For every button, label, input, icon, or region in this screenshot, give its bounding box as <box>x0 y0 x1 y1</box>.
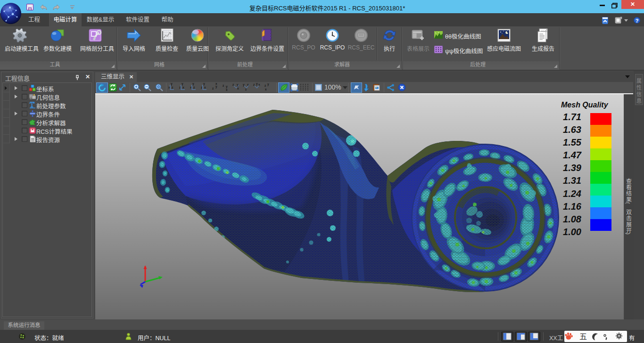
svg-text:x: x <box>204 86 206 89</box>
svg-text:y: y <box>256 82 258 86</box>
svg-text:y: y <box>171 82 173 86</box>
svg-text:z: z <box>264 84 266 87</box>
svg-text:x: x <box>182 86 184 89</box>
svg-text:y: y <box>192 82 194 86</box>
svg-text:x: x <box>237 87 239 90</box>
svg-text:x: x <box>247 83 249 86</box>
svg-text:z: z <box>223 84 224 87</box>
svg-text:五: 五 <box>579 333 587 341</box>
svg-text:x: x <box>215 82 217 85</box>
svg-text:z: z <box>201 86 203 89</box>
svg-text:y: y <box>182 82 183 86</box>
svg-text:x: x <box>168 86 170 89</box>
svg-text:x: x <box>226 88 228 91</box>
svg-text:y: y <box>267 82 269 86</box>
svg-text:z: z <box>172 86 173 89</box>
svg-text:x: x <box>190 86 192 89</box>
svg-text:z: z <box>179 86 181 89</box>
svg-text:z: z <box>193 86 195 89</box>
svg-text:y: y <box>203 82 205 86</box>
svg-text:y: y <box>237 83 239 87</box>
svg-text:y: y <box>243 83 245 87</box>
svg-text:x: x <box>258 83 260 86</box>
svg-text:x: x <box>265 88 267 91</box>
svg-text:z: z <box>212 87 214 90</box>
svg-text:y: y <box>215 85 217 89</box>
